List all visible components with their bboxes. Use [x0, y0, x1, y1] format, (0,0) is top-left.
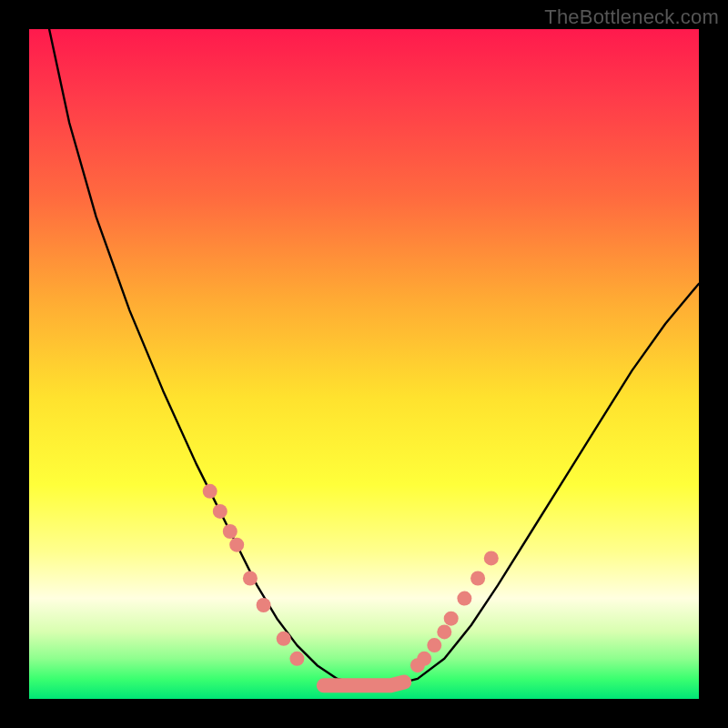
data-marker: [229, 538, 244, 552]
data-marker: [457, 592, 471, 606]
data-marker: [427, 638, 441, 652]
data-marker: [470, 571, 485, 586]
data-marker: [437, 624, 451, 639]
data-marker: [484, 551, 499, 565]
data-marker: [444, 612, 459, 626]
curve-svg: [29, 29, 699, 699]
data-marker: [223, 524, 238, 539]
data-marker: [257, 598, 271, 612]
data-marker: [243, 571, 258, 586]
data-marker: [213, 504, 228, 519]
data-marker: [203, 484, 217, 499]
data-marker: [277, 632, 291, 646]
data-marker: [417, 652, 431, 666]
watermark-text: TheBottleneck.com: [544, 5, 719, 29]
bottleneck-curve: [49, 29, 699, 685]
data-marker: [289, 652, 304, 666]
chart-frame: TheBottleneck.com: [0, 0, 728, 728]
bottom-band: [324, 682, 404, 686]
plot-area: [29, 29, 699, 699]
